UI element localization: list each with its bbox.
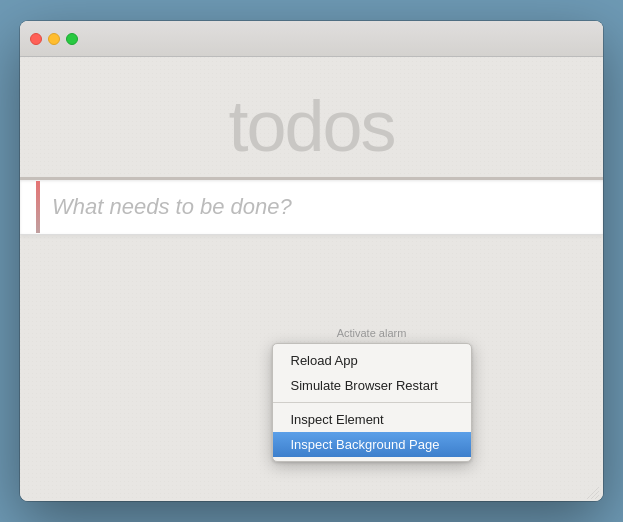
menu-item-simulate[interactable]: Simulate Browser Restart — [273, 373, 471, 398]
context-trigger-label: Activate alarm — [337, 327, 407, 339]
menu-section-2: Inspect Element Inspect Background Page — [273, 402, 471, 461]
minimize-button[interactable] — [48, 33, 60, 45]
traffic-lights — [30, 33, 78, 45]
close-button[interactable] — [30, 33, 42, 45]
menu-section-1: Reload App Simulate Browser Restart — [273, 344, 471, 402]
menu-item-inspect-background[interactable]: Inspect Background Page — [273, 432, 471, 457]
context-menu-area: Activate alarm Reload App Simulate Brows… — [272, 327, 472, 462]
titlebar — [20, 21, 603, 57]
context-menu: Reload App Simulate Browser Restart Insp… — [272, 343, 472, 462]
app-window: todos What needs to be done? Activate al… — [20, 21, 603, 501]
input-border-accent — [36, 181, 40, 233]
maximize-button[interactable] — [66, 33, 78, 45]
input-placeholder: What needs to be done? — [52, 180, 292, 234]
todo-input-area[interactable]: What needs to be done? — [20, 177, 603, 235]
menu-item-reload[interactable]: Reload App — [273, 348, 471, 373]
app-title: todos — [228, 85, 394, 167]
menu-item-inspect-element[interactable]: Inspect Element — [273, 407, 471, 432]
window-content: todos What needs to be done? Activate al… — [20, 57, 603, 501]
